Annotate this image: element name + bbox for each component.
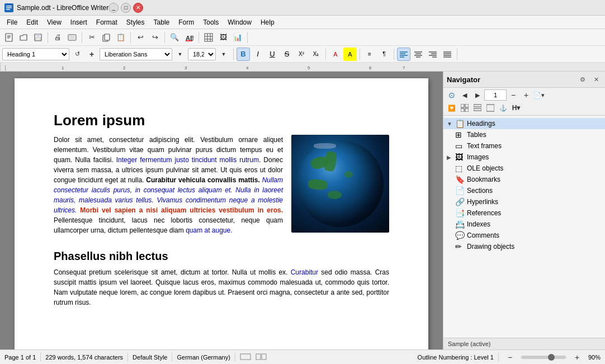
navigator-header: Navigator ⚙ ✕ bbox=[443, 72, 605, 88]
zoom-slider[interactable] bbox=[521, 356, 566, 359]
menu-item-help[interactable]: Help bbox=[256, 17, 279, 27]
nav-next-button[interactable]: ▶ bbox=[471, 89, 484, 101]
redo-button[interactable]: ↪ bbox=[148, 31, 162, 44]
nav-item-references[interactable]: 📑References bbox=[443, 207, 605, 219]
menu-item-file[interactable]: File bbox=[2, 17, 22, 27]
chart-button[interactable]: 📊 bbox=[231, 31, 244, 44]
zoom-track[interactable] bbox=[521, 356, 566, 359]
nav-page-input[interactable]: 1 bbox=[484, 89, 507, 101]
nav-document-dropdown[interactable]: 📄▾ bbox=[533, 89, 545, 101]
maximize-button[interactable]: □ bbox=[121, 3, 131, 13]
table-button[interactable] bbox=[202, 31, 215, 44]
svg-rect-4 bbox=[6, 34, 12, 41]
nav-item-comments[interactable]: 💬Comments bbox=[443, 230, 605, 241]
nav-prev-button[interactable]: ◀ bbox=[459, 89, 471, 101]
close-button[interactable]: ✕ bbox=[133, 3, 143, 13]
font-selector[interactable]: Liberation Sans bbox=[100, 48, 172, 60]
menu-item-edit[interactable]: Edit bbox=[22, 17, 42, 27]
save-button-dropdown[interactable] bbox=[31, 31, 45, 44]
italic-button[interactable]: I bbox=[251, 48, 264, 61]
nav-item-indexes[interactable]: 📇Indexes bbox=[443, 219, 605, 230]
nav-filter-button[interactable]: 🔽 bbox=[446, 102, 458, 114]
strikethrough-button[interactable]: S bbox=[280, 48, 294, 61]
svg-text:1: 1 bbox=[62, 65, 64, 70]
paragraph-button[interactable]: ¶ bbox=[377, 48, 391, 61]
navigator-settings-button[interactable]: ⚙ bbox=[577, 74, 588, 85]
nav-item-bookmarks[interactable]: 🔖Bookmarks bbox=[443, 174, 605, 185]
bold-button[interactable]: B bbox=[237, 48, 250, 61]
nav-anchor-button[interactable]: ⚓ bbox=[497, 102, 509, 114]
zoom-thumb[interactable] bbox=[548, 354, 555, 361]
paste-button-dropdown[interactable]: 📋 bbox=[114, 31, 127, 44]
underline-button[interactable]: U bbox=[266, 48, 279, 61]
nav-item-tables[interactable]: ⊞Tables bbox=[443, 129, 605, 140]
standard-toolbar: 🖨 ✂ 📋 ↩ ↪ 🔍 AB 🖼 📊 bbox=[0, 29, 605, 46]
menu-item-window[interactable]: Window bbox=[223, 17, 256, 27]
navigator-close-button[interactable]: ✕ bbox=[590, 74, 602, 85]
document-area[interactable]: Lorem ipsum Dolor sit amet, cons bbox=[0, 72, 443, 349]
status-sep-1 bbox=[40, 353, 41, 362]
new-button[interactable] bbox=[2, 31, 16, 44]
print-button[interactable]: 🖨 bbox=[51, 31, 64, 44]
svg-rect-55 bbox=[256, 354, 261, 360]
svg-text:6: 6 bbox=[369, 65, 372, 70]
outline-info: Outline Numbering : Level 1 bbox=[418, 354, 494, 361]
navigator-tree[interactable]: ▼📋Headings⊞Tables▭Text frames▶🖼Images⬚OL… bbox=[443, 116, 605, 338]
font-dropdown-button[interactable]: ▼ bbox=[173, 48, 187, 61]
document-page[interactable]: Lorem ipsum Dolor sit amet, cons bbox=[15, 78, 428, 349]
nav-inc-button[interactable]: + bbox=[520, 89, 532, 101]
nav-item-text-frames[interactable]: ▭Text frames bbox=[443, 140, 605, 152]
size-selector[interactable]: 18,2 bbox=[188, 48, 216, 60]
open-button[interactable] bbox=[17, 31, 30, 44]
language-info: German (Germany) bbox=[177, 354, 230, 361]
nav-item-ole-objects[interactable]: ⬚OLE objects bbox=[443, 163, 605, 174]
window-controls[interactable]: _ □ ✕ bbox=[108, 3, 143, 13]
sections-icon: 📄 bbox=[455, 186, 465, 195]
cut-button[interactable]: ✂ bbox=[85, 31, 98, 44]
nav-item-drawing-objects[interactable]: ✏Drawing objects bbox=[443, 241, 605, 252]
menu-item-tools[interactable]: Tools bbox=[198, 17, 223, 27]
menu-item-styles[interactable]: Styles bbox=[122, 17, 149, 27]
subscript-button[interactable]: X₂ bbox=[309, 48, 323, 61]
find-button[interactable]: 🔍 bbox=[168, 31, 181, 44]
justify-button[interactable] bbox=[441, 48, 454, 61]
menu-item-table[interactable]: Table bbox=[149, 17, 174, 27]
nav-list2-button[interactable] bbox=[484, 102, 497, 114]
undo-button[interactable]: ↩ bbox=[134, 31, 147, 44]
nav-view-button[interactable] bbox=[459, 102, 471, 114]
superscript-button[interactable]: X² bbox=[295, 48, 308, 61]
zoom-out-button[interactable]: − bbox=[503, 351, 517, 364]
print-preview-button[interactable] bbox=[65, 31, 79, 44]
fmt-sep-2 bbox=[325, 49, 326, 60]
nav-dec-button[interactable]: − bbox=[507, 89, 519, 101]
style-refresh-button[interactable]: ↺ bbox=[70, 48, 84, 61]
menu-item-view[interactable]: View bbox=[42, 17, 66, 27]
menu-item-format[interactable]: Format bbox=[92, 17, 122, 27]
svg-text:4: 4 bbox=[246, 65, 249, 70]
style-selector[interactable]: Heading 1 bbox=[2, 48, 69, 60]
zoom-in-button[interactable]: + bbox=[570, 351, 584, 364]
size-dropdown-button[interactable]: ▼ bbox=[217, 48, 230, 61]
nav-header-btn2[interactable]: H▾ bbox=[510, 102, 522, 114]
new-style-button[interactable]: + bbox=[85, 48, 98, 61]
menu-item-form[interactable]: Form bbox=[174, 17, 198, 27]
highlight-button[interactable]: A bbox=[343, 48, 357, 61]
nav-list-button[interactable] bbox=[471, 102, 484, 114]
line-spacing-button[interactable]: ≡ bbox=[363, 48, 376, 61]
nav-item-hyperlinks[interactable]: 🔗Hyperlinks bbox=[443, 196, 605, 207]
font-color-button[interactable]: A bbox=[329, 48, 342, 61]
nav-label-images: Images bbox=[467, 153, 489, 161]
image-button[interactable]: 🖼 bbox=[216, 31, 230, 44]
minimize-button[interactable]: _ bbox=[108, 3, 119, 13]
spelling-button[interactable]: AB bbox=[182, 31, 196, 44]
nav-item-images[interactable]: ▶🖼Images bbox=[443, 152, 605, 163]
menu-item-insert[interactable]: Insert bbox=[66, 17, 92, 27]
align-left-button[interactable] bbox=[397, 48, 410, 61]
align-right-button[interactable] bbox=[426, 48, 439, 61]
nav-toggle-button[interactable]: ⊙ bbox=[446, 89, 458, 101]
nav-item-headings[interactable]: ▼📋Headings bbox=[443, 118, 605, 129]
svg-rect-52 bbox=[474, 108, 481, 111]
align-center-button[interactable] bbox=[412, 48, 425, 61]
nav-item-sections[interactable]: 📄Sections bbox=[443, 185, 605, 196]
copy-button[interactable] bbox=[100, 31, 113, 44]
